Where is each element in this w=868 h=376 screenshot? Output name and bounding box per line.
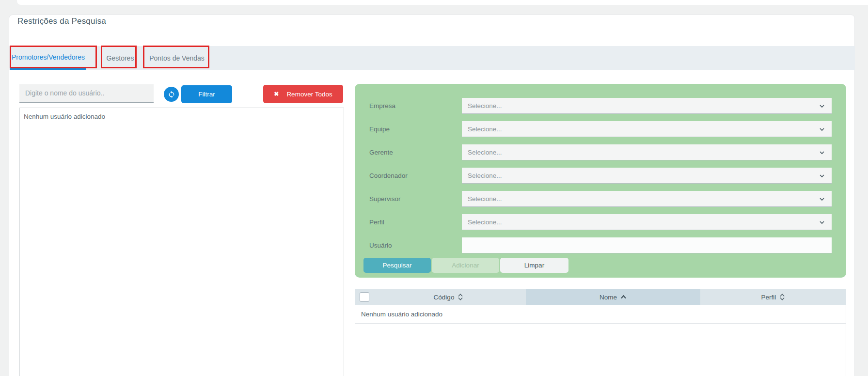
coordenador-select[interactable]: Selecione... xyxy=(462,168,832,184)
perfil-select[interactable]: Selecione... xyxy=(462,214,832,230)
column-label: Perfil xyxy=(761,294,776,301)
select-placeholder: Selecione... xyxy=(468,172,502,179)
perfil-label: Perfil xyxy=(369,214,457,230)
select-placeholder: Selecione... xyxy=(468,195,502,203)
column-label: Código xyxy=(434,294,455,301)
select-placeholder: Selecione... xyxy=(468,149,502,156)
chevron-down-icon xyxy=(818,125,826,135)
coordenador-label: Coordenador xyxy=(369,168,457,184)
screen: Restrições da Pesquisa Promotores/Vended… xyxy=(0,0,868,376)
supervisor-label: Supervisor xyxy=(369,191,457,207)
remove-all-button[interactable]: ✖ Remover Todos xyxy=(263,85,343,103)
chevron-down-icon xyxy=(818,102,826,111)
search-input[interactable] xyxy=(19,84,154,103)
select-placeholder: Selecione... xyxy=(468,102,502,110)
empty-state-message: Nenhum usuário adicionado xyxy=(20,108,344,125)
top-strip xyxy=(17,0,868,5)
adicionar-button-disabled[interactable]: Adicionar xyxy=(432,258,499,273)
usuario-input[interactable] xyxy=(462,237,832,253)
remove-all-label: Remover Todos xyxy=(286,91,332,98)
supervisor-select[interactable]: Selecione... xyxy=(462,191,832,207)
select-placeholder: Selecione... xyxy=(468,125,502,133)
selected-users-list[interactable]: Nenhum usuário adicionado xyxy=(19,108,344,376)
limpar-label: Limpar xyxy=(524,262,544,269)
tab-gestores[interactable]: Gestores xyxy=(100,46,141,70)
pesquisar-label: Pesquisar xyxy=(382,262,411,269)
gerente-select[interactable]: Selecione... xyxy=(462,144,832,160)
adicionar-label: Adicionar xyxy=(452,262,479,269)
empresa-label: Empresa xyxy=(369,98,457,114)
tab-label: Pontos de Vendas xyxy=(149,54,205,62)
pesquisar-button[interactable]: Pesquisar xyxy=(363,258,431,273)
chevron-down-icon xyxy=(818,172,826,181)
column-header-codigo[interactable]: Código xyxy=(371,289,526,305)
equipe-select[interactable]: Selecione... xyxy=(462,121,832,137)
results-table-body: Nenhum usuário adicionado xyxy=(355,305,846,376)
empresa-select[interactable]: Selecione... xyxy=(462,98,832,114)
usuario-label: Usuário xyxy=(369,237,457,253)
x-icon: ✖ xyxy=(274,91,279,97)
tab-pontos-de-vendas[interactable]: Pontos de Vendas xyxy=(145,46,209,70)
sort-both-icon xyxy=(779,293,785,301)
select-placeholder: Selecione... xyxy=(468,219,502,226)
column-label: Nome xyxy=(600,294,617,301)
sort-asc-icon xyxy=(620,295,627,299)
refresh-icon xyxy=(168,91,175,98)
column-header-perfil[interactable]: Perfil xyxy=(700,289,846,305)
page-title: Restrições da Pesquisa xyxy=(17,16,106,26)
column-header-nome-sorted-asc[interactable]: Nome xyxy=(526,289,700,305)
gerente-label: Gerente xyxy=(369,144,457,160)
tab-label: Gestores xyxy=(107,54,134,62)
tab-label: Promotores/Vendedores xyxy=(12,53,85,61)
equipe-label: Equipe xyxy=(369,121,457,137)
chevron-down-icon xyxy=(818,149,826,158)
select-all-checkbox[interactable] xyxy=(360,292,369,302)
filter-button[interactable]: Filtrar xyxy=(181,85,232,103)
sort-both-icon xyxy=(458,293,463,301)
tab-promotores-vendedores[interactable]: Promotores/Vendedores xyxy=(10,46,86,70)
refresh-button[interactable] xyxy=(164,87,179,102)
limpar-button[interactable]: Limpar xyxy=(500,258,568,273)
chevron-down-icon xyxy=(818,195,826,204)
chevron-down-icon xyxy=(818,219,826,228)
table-empty-row: Nenhum usuário adicionado xyxy=(355,305,846,324)
filter-button-label: Filtrar xyxy=(198,91,215,98)
